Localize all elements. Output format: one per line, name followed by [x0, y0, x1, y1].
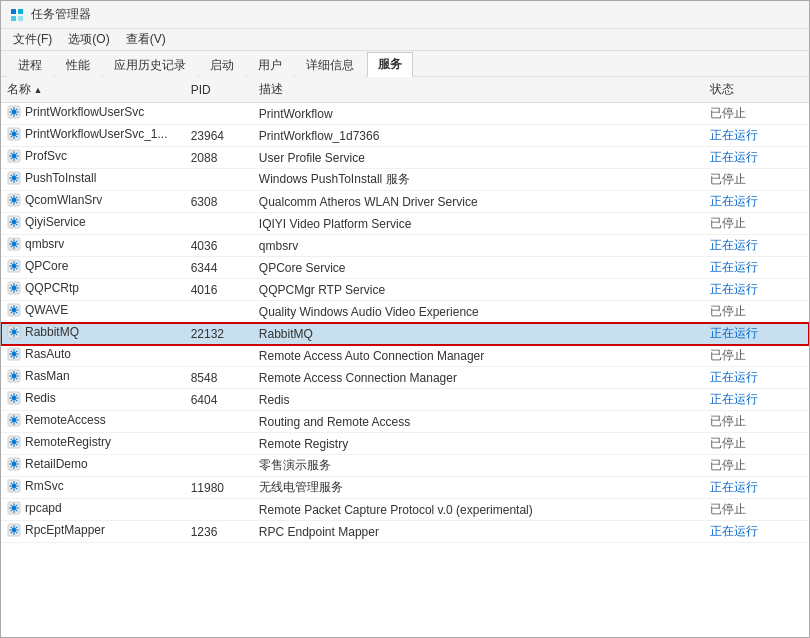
table-row[interactable]: RetailDemo零售演示服务已停止: [1, 455, 809, 477]
table-row[interactable]: QPCore6344QPCore Service正在运行: [1, 257, 809, 279]
svg-rect-3: [18, 16, 23, 21]
cell-pid: 8548: [185, 367, 253, 389]
cell-pid: [185, 103, 253, 125]
cell-name: RasMan: [1, 367, 185, 389]
service-name-text: QiyiService: [25, 215, 86, 229]
cell-status: 已停止: [704, 455, 809, 477]
cell-status: 已停止: [704, 213, 809, 235]
table-row[interactable]: QWAVEQuality Windows Audio Video Experie…: [1, 301, 809, 323]
svg-rect-1: [18, 9, 23, 14]
table-row[interactable]: RemoteAccessRouting and Remote Access已停止: [1, 411, 809, 433]
services-table-container[interactable]: 名称 PID 描述 状态 PrintWorkflowUserSvcPrintWo…: [1, 77, 809, 637]
col-header-name[interactable]: 名称: [1, 77, 185, 103]
cell-pid: 4016: [185, 279, 253, 301]
cell-pid: 23964: [185, 125, 253, 147]
cell-pid: 2088: [185, 147, 253, 169]
cell-pid: 4036: [185, 235, 253, 257]
cell-pid: [185, 455, 253, 477]
service-name-text: RasAuto: [25, 347, 71, 361]
cell-name: QcomWlanSrv: [1, 191, 185, 213]
cell-desc: Remote Access Auto Connection Manager: [253, 345, 704, 367]
cell-status: 正在运行: [704, 477, 809, 499]
service-icon: QiyiService: [7, 215, 86, 229]
cell-status: 正在运行: [704, 279, 809, 301]
cell-pid: 11980: [185, 477, 253, 499]
cell-name: PrintWorkflowUserSvc: [1, 103, 185, 125]
table-row[interactable]: Redis6404Redis正在运行: [1, 389, 809, 411]
cell-name: QPCore: [1, 257, 185, 279]
cell-status: 正在运行: [704, 323, 809, 345]
service-name-text: PrintWorkflowUserSvc_1...: [25, 127, 167, 141]
cell-pid: 22132: [185, 323, 253, 345]
service-icon: RasAuto: [7, 347, 71, 361]
cell-name: PrintWorkflowUserSvc_1...: [1, 125, 185, 147]
menu-view[interactable]: 查看(V): [120, 30, 172, 49]
service-name-text: QPCore: [25, 259, 68, 273]
tab-processes[interactable]: 进程: [7, 53, 53, 77]
cell-status: 正在运行: [704, 125, 809, 147]
service-icon: RemoteAccess: [7, 413, 106, 427]
service-name-text: Redis: [25, 391, 56, 405]
table-row[interactable]: PushToInstallWindows PushToInstall 服务已停止: [1, 169, 809, 191]
table-row[interactable]: RasMan8548Remote Access Connection Manag…: [1, 367, 809, 389]
cell-name: RmSvc: [1, 477, 185, 499]
cell-pid: 6404: [185, 389, 253, 411]
col-header-status[interactable]: 状态: [704, 77, 809, 103]
cell-status: 已停止: [704, 433, 809, 455]
table-row[interactable]: QcomWlanSrv6308Qualcomm Atheros WLAN Dri…: [1, 191, 809, 213]
cell-name: ProfSvc: [1, 147, 185, 169]
service-icon: RasMan: [7, 369, 70, 383]
window-title: 任务管理器: [31, 6, 91, 23]
cell-status: 已停止: [704, 103, 809, 125]
service-icon: ProfSvc: [7, 149, 67, 163]
table-row[interactable]: RmSvc11980无线电管理服务正在运行: [1, 477, 809, 499]
col-header-pid[interactable]: PID: [185, 77, 253, 103]
cell-desc: Remote Access Connection Manager: [253, 367, 704, 389]
table-row[interactable]: QQPCRtp4016QQPCMgr RTP Service正在运行: [1, 279, 809, 301]
table-row[interactable]: PrintWorkflowUserSvc_1...23964PrintWorkf…: [1, 125, 809, 147]
service-icon: RemoteRegistry: [7, 435, 111, 449]
table-row[interactable]: PrintWorkflowUserSvcPrintWorkflow已停止: [1, 103, 809, 125]
cell-name: PushToInstall: [1, 169, 185, 191]
table-row[interactable]: RabbitMQ22132RabbitMQ正在运行: [1, 323, 809, 345]
service-name-text: QWAVE: [25, 303, 68, 317]
cell-status: 正在运行: [704, 367, 809, 389]
table-row[interactable]: RpcEptMapper1236RPC Endpoint Mapper正在运行: [1, 521, 809, 543]
cell-desc: IQIYI Video Platform Service: [253, 213, 704, 235]
table-row[interactable]: RasAutoRemote Access Auto Connection Man…: [1, 345, 809, 367]
tab-users[interactable]: 用户: [247, 53, 293, 77]
service-name-text: RabbitMQ: [25, 325, 79, 339]
cell-desc: RPC Endpoint Mapper: [253, 521, 704, 543]
tab-startup[interactable]: 启动: [199, 53, 245, 77]
cell-desc: QQPCMgr RTP Service: [253, 279, 704, 301]
service-name-text: QcomWlanSrv: [25, 193, 102, 207]
service-icon: RmSvc: [7, 479, 64, 493]
table-row[interactable]: RemoteRegistryRemote Registry已停止: [1, 433, 809, 455]
cell-name: rpcapd: [1, 499, 185, 521]
col-header-desc[interactable]: 描述: [253, 77, 704, 103]
table-row[interactable]: qmbsrv4036qmbsrv正在运行: [1, 235, 809, 257]
table-row[interactable]: rpcapdRemote Packet Capture Protocol v.0…: [1, 499, 809, 521]
tab-details[interactable]: 详细信息: [295, 53, 365, 77]
cell-name: RasAuto: [1, 345, 185, 367]
cell-pid: [185, 213, 253, 235]
service-icon: Redis: [7, 391, 56, 405]
table-row[interactable]: ProfSvc2088User Profile Service正在运行: [1, 147, 809, 169]
service-icon: QcomWlanSrv: [7, 193, 102, 207]
service-name-text: PushToInstall: [25, 171, 96, 185]
menu-options[interactable]: 选项(O): [62, 30, 115, 49]
cell-desc: QPCore Service: [253, 257, 704, 279]
service-icon: QWAVE: [7, 303, 68, 317]
cell-desc: 无线电管理服务: [253, 477, 704, 499]
service-name-text: RpcEptMapper: [25, 523, 105, 537]
cell-name: RemoteAccess: [1, 411, 185, 433]
tab-performance[interactable]: 性能: [55, 53, 101, 77]
table-row[interactable]: QiyiServiceIQIYI Video Platform Service已…: [1, 213, 809, 235]
menu-file[interactable]: 文件(F): [7, 30, 58, 49]
tab-services[interactable]: 服务: [367, 52, 413, 77]
cell-status: 正在运行: [704, 147, 809, 169]
tab-app-history[interactable]: 应用历史记录: [103, 53, 197, 77]
svg-rect-0: [11, 9, 16, 14]
cell-desc: Qualcomm Atheros WLAN Driver Service: [253, 191, 704, 213]
service-icon: PushToInstall: [7, 171, 96, 185]
